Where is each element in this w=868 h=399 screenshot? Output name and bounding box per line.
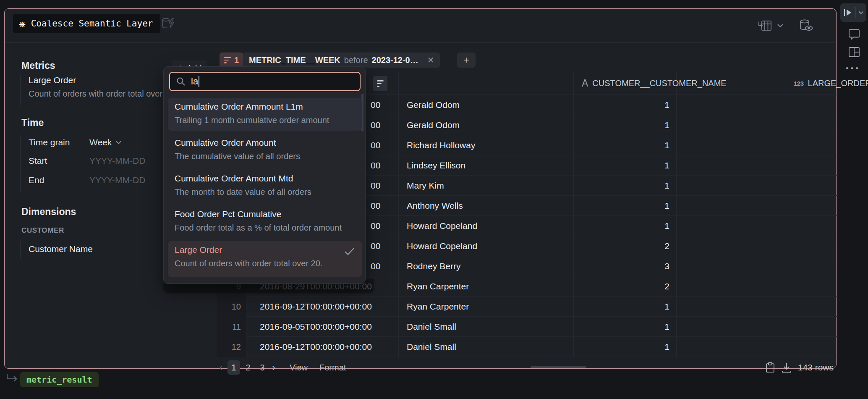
filter-chip[interactable]: METRIC_TIME__WEEK before 2023-12-0… ✕: [243, 52, 440, 68]
time-grain-value: Week: [89, 137, 112, 147]
column-label: CUSTOMER__CUSTOMER_NAME: [592, 79, 726, 88]
filter-remove-icon[interactable]: ✕: [427, 55, 434, 65]
cell-customer-name[interactable]: Ryan Carpenter: [398, 276, 573, 297]
filter-count-badge[interactable]: 1: [220, 52, 243, 68]
dropdown-item-title: Cumulative Order Amount: [175, 138, 355, 148]
table-row[interactable]: 112016-09-05T00:00:00+00:00Daniel Small1: [217, 317, 838, 337]
search-query: la: [191, 76, 198, 87]
dropdown-item-description: Count of orders with order total over 20…: [175, 259, 355, 268]
dropdown-item[interactable]: Cumulative Order Amount MtdThe month to …: [168, 170, 362, 202]
chevron-down-icon: [115, 141, 122, 144]
row-count-label: 143 rows: [798, 362, 834, 373]
run-cell-button[interactable]: [840, 3, 866, 22]
filter-value: 2023-12-0…: [372, 55, 418, 65]
dropdown-item[interactable]: Cumulative Order AmountThe cumulative va…: [168, 134, 362, 167]
cell-large-order[interactable]: 1: [573, 155, 676, 176]
cell-large-order[interactable]: 2: [573, 236, 676, 256]
view-button[interactable]: View: [290, 363, 308, 373]
cell-large-order[interactable]: 1: [573, 216, 676, 236]
dimension-item-customer-name[interactable]: Customer Name: [29, 244, 93, 254]
dimensions-heading: Dimensions: [21, 206, 76, 218]
cell-customer-name[interactable]: Gerald Odom: [398, 95, 573, 115]
cell-customer-name[interactable]: Rodney Berry: [398, 256, 573, 276]
cell-customer-name[interactable]: Mary Kim: [398, 176, 573, 196]
metric-item-large-order[interactable]: Large Order: [29, 75, 76, 85]
metric-item-description: Count of orders with order total over 20…: [29, 89, 168, 99]
dimension-group-customer: CUSTOMER: [21, 226, 64, 235]
end-label: End: [29, 175, 44, 185]
table-row[interactable]: 122016-09-12T00:00:00+00:00Daniel Small1: [217, 337, 838, 357]
cell-large-order[interactable]: 2: [573, 276, 676, 297]
dropdown-item-description: The cumulative value of all orders: [175, 152, 355, 161]
run-options-chevron-icon[interactable]: [858, 11, 864, 14]
cell-customer-name[interactable]: Daniel Small: [398, 337, 573, 357]
cell-customer-name[interactable]: Howard Copeland: [398, 216, 573, 236]
filter-icon: [224, 57, 231, 63]
copy-table-icon[interactable]: [765, 362, 775, 373]
dropdown-item-title: Food Order Pct Cumulative: [175, 209, 355, 219]
cell-customer-name[interactable]: Daniel Small: [398, 317, 573, 337]
cell-large-order[interactable]: 1: [573, 317, 676, 337]
start-label: Start: [29, 156, 47, 166]
app-root: ❋ Coalesce Semantic Layer: [0, 0, 868, 399]
cell-metric-time[interactable]: 2016-09-12T00:00:00+00:00: [246, 297, 398, 317]
page-button-3[interactable]: 3: [256, 360, 269, 375]
start-date-input[interactable]: YYYY-MM-DD: [89, 156, 145, 166]
cell-metric-time[interactable]: 2016-09-12T00:00:00+00:00: [246, 337, 398, 357]
chevron-down-icon[interactable]: [777, 24, 784, 28]
page-button-1[interactable]: 1: [227, 360, 240, 375]
output-variable-chip[interactable]: metric_result: [20, 372, 99, 387]
cell-customer-name[interactable]: Howard Copeland: [398, 236, 573, 256]
column-filter-icon[interactable]: [373, 76, 387, 91]
cell-large-order[interactable]: 1: [573, 196, 676, 216]
column-header-customer[interactable]: A CUSTOMER__CUSTOMER_NAME: [582, 72, 727, 95]
cell-customer-name[interactable]: Richard Holloway: [398, 135, 573, 155]
cell-large-order[interactable]: 1: [573, 297, 676, 317]
format-button[interactable]: Format: [319, 363, 346, 373]
plus-icon: +: [463, 55, 469, 66]
search-input[interactable]: la: [169, 72, 361, 91]
cell-customer-name[interactable]: Lindsey Ellison: [398, 155, 573, 176]
database-lightning-icon[interactable]: [161, 17, 175, 30]
row-number: 12: [217, 337, 246, 357]
add-filter-button[interactable]: +: [457, 52, 476, 68]
dropdown-item[interactable]: Large OrderCount of orders with order to…: [168, 241, 362, 277]
metric-guide-line: [20, 75, 21, 105]
source-chip[interactable]: ❋ Coalesce Semantic Layer: [13, 14, 160, 33]
cell-large-order[interactable]: 3: [573, 256, 676, 276]
cell-large-order[interactable]: 1: [573, 135, 676, 155]
search-icon: [176, 76, 186, 87]
dropdown-item[interactable]: Food Order Pct CumulativeFood order tota…: [168, 205, 362, 238]
page-prev-icon[interactable]: ‹: [219, 362, 222, 373]
end-date-input[interactable]: YYYY-MM-DD: [89, 175, 145, 185]
dropdown-item[interactable]: Cumulative Order Ammount L1mTrailing 1 m…: [168, 98, 362, 131]
cell-customer-name[interactable]: Gerald Odom: [398, 115, 573, 135]
page-next-icon[interactable]: ›: [272, 362, 275, 373]
more-options-icon[interactable]: •••: [846, 64, 860, 73]
time-grain-select[interactable]: Week: [89, 137, 122, 147]
cell-large-order[interactable]: 1: [573, 176, 676, 196]
page-button-2[interactable]: 2: [242, 360, 254, 375]
column-header-large-order[interactable]: 123 LARGE_ORDER: [794, 72, 868, 95]
cell-large-order[interactable]: 1: [573, 95, 676, 115]
run-button-divider: [855, 7, 856, 18]
time-heading: Time: [21, 117, 44, 129]
cell-large-order[interactable]: 1: [573, 337, 676, 357]
cell-customer-name[interactable]: Ryan Carpenter: [398, 297, 573, 317]
time-guide-line: [20, 135, 21, 192]
cell-customer-name[interactable]: Anthony Wells: [398, 196, 573, 216]
layout-view-icon[interactable]: [848, 46, 860, 58]
cell-metric-time[interactable]: 2016-09-05T00:00:00+00:00: [246, 317, 398, 337]
filter-field: METRIC_TIME__WEEK: [249, 55, 340, 65]
dropdown-item-description: The month to date value of all orders: [175, 187, 355, 197]
number-type-icon: 123: [794, 80, 804, 87]
table-export-icon[interactable]: [758, 19, 773, 32]
row-number: 11: [217, 317, 246, 337]
database-preview-icon[interactable]: [798, 19, 813, 32]
table-row[interactable]: 102016-09-12T00:00:00+00:00Ryan Carpente…: [217, 297, 838, 317]
comments-icon[interactable]: [848, 29, 860, 40]
checkmark-icon: [344, 247, 355, 255]
download-icon[interactable]: [781, 362, 792, 373]
horizontal-scrollbar-thumb[interactable]: [531, 366, 586, 368]
cell-large-order[interactable]: 1: [573, 115, 676, 135]
